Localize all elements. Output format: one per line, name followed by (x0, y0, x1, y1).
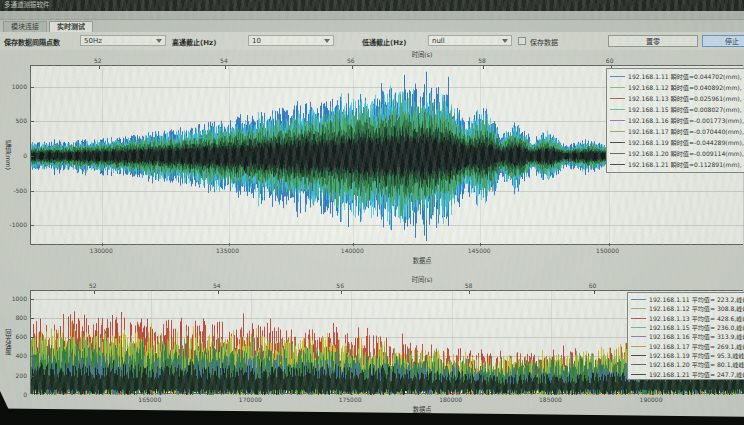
legend-item: 192.168.1.12 平均值= 308.8,峰峰值= (631, 304, 744, 313)
stop-button[interactable]: 停止 (702, 35, 744, 47)
highpass-select[interactable]: 10 (248, 35, 334, 46)
legend-item: 192.168.1.13 瞬时值=0.025961(mm), 平均值= 0.0 (610, 93, 744, 104)
legend-swatch-line (610, 109, 625, 110)
axis-tick-label: 165000 (138, 396, 161, 403)
x-axis-bottom-title: 数据点 (413, 256, 432, 265)
chevron-down-icon (324, 39, 330, 43)
sample-rate-value: 50Hz (84, 37, 102, 45)
legend-label: 192.168.1.17 平均值= 269.1,峰峰值= (649, 342, 744, 351)
legend-item: 192.168.1.20 平均值= 80.1,峰峰值= 4 (631, 360, 744, 369)
highpass-value: 10 (252, 37, 261, 45)
legend-swatch-line (631, 327, 646, 328)
legend-item: 192.168.1.19 平均值= 95.3,峰峰值= 2 (631, 351, 744, 360)
legend-item: 192.168.1.12 瞬时值=0.040892(mm), 平均值= 0.0 (610, 82, 744, 93)
axis-tick-label: 140000 (341, 247, 364, 254)
axis-tick-label: 0 (23, 391, 27, 398)
axis-tick-label: 500 (16, 117, 27, 124)
tab-realtime-test[interactable]: 实时测试 (49, 21, 93, 32)
legend-label: 192.168.1.16 平均值= 313.9,峰峰值= (649, 332, 744, 341)
axis-tick-label: -1000 (10, 221, 27, 228)
axis-tick-label: 54 (220, 57, 228, 64)
legend-swatch-line (631, 364, 646, 365)
chevron-down-icon (156, 39, 162, 43)
axis-tick-label: 135000 (216, 247, 239, 254)
axis-tick-label: 185000 (539, 396, 562, 403)
toolbar: 保存数据间隔点数 50Hz 高通截止(Hz) 10 低通截止(Hz) null … (0, 32, 744, 51)
legend-label: 192.168.1.11 瞬时值=0.044702(mm), 平均值= 0.04 (628, 72, 744, 81)
axis-tick-label: 60 (606, 57, 614, 64)
legend-label: 192.168.1.20 平均值= 80.1,峰峰值= 4 (649, 360, 744, 369)
legend-item: 192.168.1.15 平均值= 236.0,峰峰值= (631, 323, 744, 332)
legend-label: 192.168.1.13 平均值= 428.6,峰峰值= (649, 314, 744, 323)
window-title: 多通道测振软件 (4, 1, 50, 9)
legend-swatch-line (631, 374, 646, 375)
menu-strip (0, 11, 744, 20)
legend-label: 192.168.1.21 平均值= 247.7,峰峰值= (649, 370, 744, 379)
chevron-down-icon (502, 39, 508, 43)
axis-tick-label: 800 (16, 314, 27, 321)
legend-swatch-line (610, 76, 625, 77)
y-axis-title: 回光强度 (4, 329, 13, 354)
legend-label: 192.168.1.19 瞬时值=-0.044289(mm), 平均值= 0.1 (628, 138, 744, 147)
legend-item: 192.168.1.11 平均值= 223.2,峰峰值= (631, 295, 744, 304)
legend-item: 192.168.1.21 平均值= 247.7,峰峰值= (631, 369, 744, 378)
axis-tick-label: 52 (89, 282, 97, 289)
legend-swatch-line (610, 164, 625, 165)
save-data-checkbox[interactable] (518, 37, 526, 45)
axis-tick-label: 1000 (12, 295, 27, 302)
legend-item: 192.168.1.13 平均值= 428.6,峰峰值= (631, 314, 744, 323)
axis-tick-label: 54 (213, 282, 221, 289)
axis-tick-label: 58 (465, 282, 473, 289)
legend-swatch-line (610, 98, 625, 99)
legend-label: 192.168.1.12 瞬时值=0.040892(mm), 平均值= 0.0 (628, 83, 744, 92)
displacement-legend: 192.168.1.11 瞬时值=0.044702(mm), 平均值= 0.04… (606, 68, 744, 173)
highpass-label: 高通截止(Hz) (172, 37, 216, 47)
legend-swatch-line (631, 336, 646, 337)
legend-item: 192.168.1.20 瞬时值=-0.009114(mm), 平均值= 0.0 (610, 148, 744, 159)
axis-tick-label: 52 (94, 57, 102, 64)
axis-tick-label: 1000 (12, 83, 27, 90)
save-data-label: 保存数据 (530, 37, 558, 47)
lowpass-value: null (432, 37, 445, 45)
axis-tick-label: -500 (13, 187, 27, 194)
tab-module-connect[interactable]: 模块连接 (3, 21, 47, 32)
x-axis-bottom-title: 数据点 (413, 405, 432, 414)
axis-tick-label: 130000 (90, 247, 113, 254)
app-window: 多通道测振软件 模块连接 实时测试 保存数据间隔点数 50Hz 高通截止(Hz)… (0, 0, 744, 425)
legend-swatch-line (610, 153, 625, 154)
chart-area: 192.168.1.11 瞬时值=0.044702(mm), 平均值= 0.04… (0, 50, 744, 425)
legend-swatch-line (631, 318, 646, 319)
x-axis-top-title: 时间(s) (412, 50, 433, 59)
save-interval-label: 保存数据间隔点数 (4, 37, 60, 47)
axis-tick-label: 180000 (439, 396, 462, 403)
title-bar: 多通道测振软件 (0, 0, 744, 11)
legend-swatch-line (610, 131, 625, 132)
legend-label: 192.168.1.21 瞬时值=0.112891(mm), 平均值= -0.0 (628, 160, 744, 169)
legend-swatch-line (631, 355, 646, 356)
axis-tick-label: 56 (336, 282, 344, 289)
legend-swatch-line (610, 120, 625, 121)
legend-swatch-line (610, 142, 625, 143)
legend-label: 192.168.1.20 瞬时值=-0.009114(mm), 平均值= 0.0 (628, 149, 744, 158)
axis-tick-label: 145000 (468, 247, 491, 254)
axis-tick-label: 56 (347, 57, 355, 64)
legend-item: 192.168.1.21 瞬时值=0.112891(mm), 平均值= -0.0 (610, 159, 744, 170)
axis-tick-label: 600 (16, 333, 27, 340)
zero-button[interactable]: 置零 (608, 35, 698, 47)
legend-label: 192.168.1.15 平均值= 236.0,峰峰值= (649, 323, 744, 332)
axis-tick-label: 400 (16, 352, 27, 359)
sample-rate-select[interactable]: 50Hz (80, 35, 166, 46)
axis-tick-label: 170000 (239, 396, 262, 403)
axis-tick-label: 58 (478, 57, 486, 64)
axis-tick-label: 60 (589, 282, 597, 289)
legend-label: 192.168.1.15 瞬时值=0.008027(mm), 平均值= 0.0 (628, 105, 744, 114)
legend-swatch-line (631, 346, 646, 347)
legend-label: 192.168.1.11 平均值= 223.2,峰峰值= (649, 295, 744, 304)
legend-item: 192.168.1.15 瞬时值=0.008027(mm), 平均值= 0.0 (610, 104, 744, 115)
axis-tick-label: 150000 (596, 247, 619, 254)
legend-swatch-line (631, 308, 646, 309)
legend-label: 192.168.1.17 瞬时值=-0.070440(mm), 平均值= -0 (628, 127, 744, 136)
lowpass-select[interactable]: null (428, 35, 512, 46)
legend-swatch-line (610, 87, 625, 88)
axis-tick-label: 190000 (640, 396, 663, 403)
